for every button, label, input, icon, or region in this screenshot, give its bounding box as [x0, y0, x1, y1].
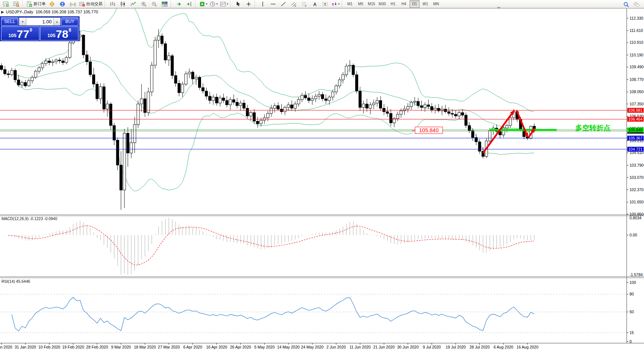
auto-scroll-button[interactable] [174, 0, 184, 8]
svg-text:105.367: 105.367 [628, 136, 643, 140]
market-icon [49, 1, 55, 7]
buy-price-display[interactable]: 105 78 8 [40, 26, 78, 40]
trendline-icon [281, 1, 287, 7]
new-order-button[interactable]: 新订单 [25, 0, 47, 8]
svg-text:106.464: 106.464 [628, 117, 643, 121]
svg-text:28 Feb 2020: 28 Feb 2020 [86, 345, 108, 349]
cursor-button[interactable] [233, 0, 243, 8]
trendline-button[interactable] [278, 0, 289, 8]
templates-button[interactable]: ▾ [219, 0, 229, 8]
bar-chart-button[interactable] [107, 0, 118, 8]
zoom-in-icon [141, 1, 147, 7]
text-icon: A [312, 1, 318, 7]
chat-button[interactable] [631, 0, 642, 9]
timeframe-button-h1[interactable]: H1 [388, 0, 398, 8]
signals-button[interactable] [68, 0, 78, 8]
volume-decrease-button[interactable]: ▼ [19, 17, 26, 26]
svg-text:9 Jul 2020: 9 Jul 2020 [423, 345, 441, 349]
volume-stepper: ▼ 1.00 ▲ [19, 17, 61, 26]
svg-text:2 Jun 2020: 2 Jun 2020 [327, 345, 346, 349]
time-axis[interactable]: 22 Jan 202031 Jan 202010 Feb 202019 Feb … [0, 343, 538, 349]
timeframe-button-d1[interactable]: D1 [410, 0, 420, 8]
arrows-button[interactable]: ▾ [330, 0, 341, 8]
svg-text:0.8034: 0.8034 [630, 216, 641, 220]
text-button[interactable]: A [310, 0, 320, 8]
toolbar-right [621, 0, 642, 9]
candlestick-chart-button[interactable] [118, 0, 128, 8]
toolbar-separator [255, 1, 257, 7]
vertical-line-button[interactable] [258, 0, 268, 8]
buy-price-main: 78 [56, 29, 68, 39]
buy-button[interactable]: BUY [61, 17, 78, 26]
volume-increase-button[interactable]: ▲ [53, 17, 61, 26]
svg-text:27 Mar 2020: 27 Mar 2020 [158, 345, 180, 349]
timeframe-button-m5[interactable]: M5 [356, 0, 366, 8]
line-chart-icon [130, 1, 136, 7]
svg-text:6 Apr 2020: 6 Apr 2020 [183, 345, 202, 349]
one-click-row-top: SELL ▼ 1.00 ▲ BUY [1, 17, 78, 26]
rsi-panel[interactable]: 1008050150 [0, 280, 636, 344]
timeframe-button-m15[interactable]: M15 [366, 0, 376, 8]
crosshair-button[interactable] [243, 0, 254, 8]
autotrading-button[interactable]: 自动交易 [78, 0, 104, 8]
symbol-quote-ohlc: 106.059 106.208 105.737 105.770 [36, 10, 98, 14]
label-button[interactable]: T [320, 0, 330, 8]
tile-windows-button[interactable] [159, 0, 170, 8]
bar-chart-icon [110, 1, 116, 7]
macd-panel[interactable]: 0.80340.00-1.5784 [1, 216, 643, 277]
svg-text:F: F [305, 4, 307, 7]
symbol-info-bar: USDJPY-,Daily 106.059 106.208 105.737 10… [6, 10, 98, 14]
profiles-button[interactable] [11, 0, 22, 8]
fibonacci-button[interactable]: F [299, 0, 310, 8]
zoom-out-button[interactable] [149, 0, 159, 8]
svg-text:9 Mar 2020: 9 Mar 2020 [111, 345, 131, 349]
svg-text:0: 0 [630, 339, 632, 344]
sell-price-main: 77 [17, 29, 29, 39]
zoom-in-button[interactable] [139, 0, 149, 8]
timeframe-button-m1[interactable]: M1 [345, 0, 355, 8]
search-button[interactable] [621, 0, 631, 9]
svg-text:16 Aug 2020: 16 Aug 2020 [517, 345, 538, 349]
toolbar-separator [104, 1, 107, 7]
main-price-panel[interactable]: 105.840多空转折点 [0, 0, 627, 210]
svg-text:109.490: 109.490 [630, 65, 644, 69]
svg-text:100: 100 [630, 280, 636, 285]
one-click-trading-panel: SELL ▼ 1.00 ▲ BUY 105 77 0 105 78 8 [0, 17, 79, 41]
indicators-button[interactable]: ▾ [198, 0, 208, 8]
svg-text:10 Feb 2020: 10 Feb 2020 [38, 345, 60, 349]
market-button[interactable] [47, 0, 57, 8]
horizontal-line-button[interactable] [268, 0, 278, 8]
periods-button[interactable]: ▾ [208, 0, 219, 8]
toolbar-separator [195, 1, 197, 7]
svg-text:108.770: 108.770 [630, 77, 644, 82]
channel-button[interactable]: E [289, 0, 299, 8]
timeframe-button-w1[interactable]: W1 [420, 0, 430, 8]
svg-text:104.721: 104.721 [628, 147, 643, 151]
indicators-icon [199, 1, 205, 7]
price-label-box[interactable]: 105.840 [412, 127, 443, 134]
svg-text:28 Jul 2020: 28 Jul 2020 [469, 345, 489, 349]
timeframe-button-h4[interactable]: H4 [399, 0, 409, 8]
chart-area[interactable]: 105.840多空转折点112.330111.610110.910110.190… [0, 0, 644, 350]
sell-price-display[interactable]: 105 77 0 [1, 26, 39, 40]
toolbar-separator [342, 1, 344, 7]
fibonacci-icon: F [301, 1, 307, 7]
svg-text:112.330: 112.330 [630, 16, 643, 20]
chevron-down-icon: ▾ [227, 2, 228, 6]
svg-text:19 Jul 2020: 19 Jul 2020 [446, 345, 466, 349]
svg-text:19 Feb 2020: 19 Feb 2020 [62, 345, 84, 349]
new-chart-button[interactable] [1, 0, 11, 8]
timeframe-button-m30[interactable]: M30 [377, 0, 387, 8]
volume-input[interactable]: 1.00 [26, 17, 53, 26]
splitter-grip-icon[interactable] [497, 7, 501, 9]
line-chart-button[interactable] [128, 0, 139, 8]
timeframe-button-mn[interactable]: MN [431, 0, 441, 8]
oneclick-collapse-icon[interactable] [1, 11, 4, 14]
zoom-out-icon [151, 1, 157, 7]
chart-shift-button[interactable] [184, 0, 194, 8]
community-button[interactable] [57, 0, 68, 8]
toolbar-button-label: 新订单 [33, 1, 46, 7]
sell-button[interactable]: SELL [1, 17, 18, 26]
cjk-annotation-text[interactable]: 多空转折点 [575, 124, 611, 132]
crosshair-icon [246, 1, 252, 7]
